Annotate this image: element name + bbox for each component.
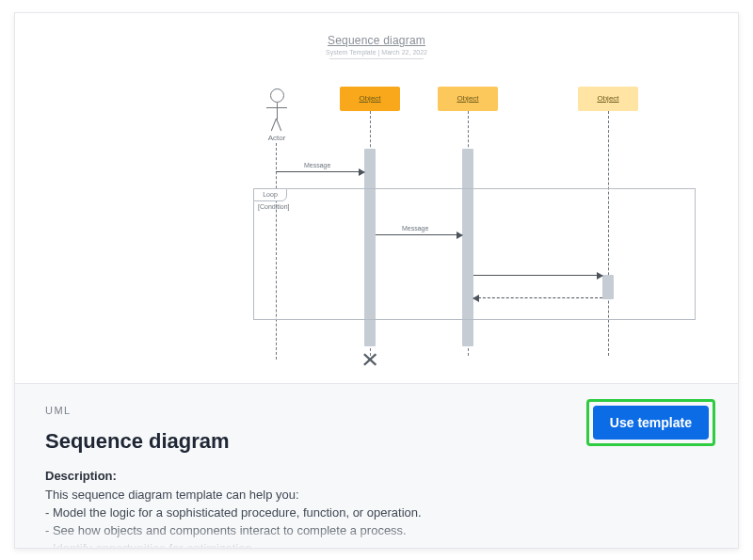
object-box-3: Object <box>578 87 638 111</box>
loop-fragment: Loop [Condition] <box>253 188 696 320</box>
description-bullet: Model the logic for a sophisticated proc… <box>45 504 708 522</box>
message-label-1: Message <box>304 162 330 168</box>
fragment-type-label: Loop <box>253 188 287 201</box>
actor-label: Actor <box>260 134 294 142</box>
object-box-1: Object <box>340 87 400 111</box>
description-panel: Use template UML Sequence diagram Descri… <box>15 383 738 549</box>
message-arrow-1: Message <box>276 171 364 172</box>
termination-icon: ✕ <box>360 348 379 373</box>
diagram-subtitle: System Template | March 22, 2022 <box>326 49 427 56</box>
diagram-title-rule <box>329 58 424 59</box>
description-label: Description: <box>45 469 708 483</box>
description-bullet: See how objects and components interact … <box>45 522 708 540</box>
use-template-button[interactable]: Use template <box>593 406 709 440</box>
description-bullets: Model the logic for a sophisticated proc… <box>45 504 708 549</box>
diagram-preview: Sequence diagram System Template | March… <box>15 13 738 383</box>
use-template-highlight: Use template <box>586 399 715 446</box>
fragment-guard: [Condition] <box>258 203 289 210</box>
description-bullet: Identify opportunities for optimization. <box>45 540 708 549</box>
description-intro: This sequence diagram template can help … <box>45 487 708 504</box>
diagram-title: Sequence diagram <box>328 34 425 47</box>
template-card: Sequence diagram System Template | March… <box>14 12 739 549</box>
object-box-2: Object <box>438 87 498 111</box>
